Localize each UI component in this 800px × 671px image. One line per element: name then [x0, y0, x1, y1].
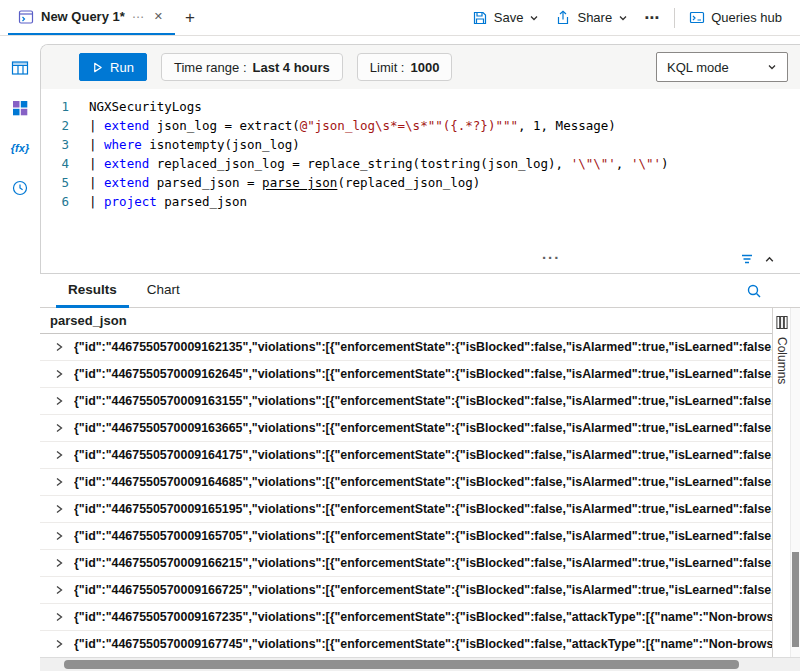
horizontal-scrollbar[interactable] — [40, 657, 800, 671]
left-rail: {fx} — [0, 36, 40, 671]
expand-chevron-icon[interactable] — [54, 396, 64, 406]
share-button[interactable]: Share — [547, 6, 636, 30]
editor-footer: ... — [41, 249, 800, 273]
column-header-parsed-json[interactable]: parsed_json — [40, 308, 772, 334]
queries-hub-button[interactable]: Queries hub — [681, 6, 790, 30]
chevron-down-icon — [767, 62, 777, 72]
horizontal-scrollbar-thumb[interactable] — [64, 660, 739, 669]
divider — [674, 8, 675, 28]
limit-control[interactable]: Limit : 1000 — [357, 53, 453, 81]
table-row[interactable]: {"id":"4467550570009162645","violations"… — [40, 361, 772, 388]
functions-icon[interactable]: {fx} — [8, 136, 32, 160]
more-options-button[interactable]: ⋯ — [636, 5, 668, 31]
command-bar: Save Share ⋯ — [464, 5, 800, 31]
app-window: New Query 1* ⋯ ✕ + Save Share — [0, 0, 800, 671]
expand-chevron-icon[interactable] — [54, 612, 64, 622]
code-line[interactable]: | extend parsed_json = parse_json(replac… — [89, 173, 669, 192]
limit-label: Limit : — [370, 60, 405, 75]
line-number: 3 — [41, 135, 69, 154]
expand-chevron-icon[interactable] — [54, 369, 64, 379]
expand-chevron-icon[interactable] — [54, 477, 64, 487]
row-json-text: {"id":"4467550570009166725","violations"… — [74, 583, 772, 597]
table-row[interactable]: {"id":"4467550570009164175","violations"… — [40, 442, 772, 469]
table-row[interactable]: {"id":"4467550570009163155","violations"… — [40, 388, 772, 415]
query-tab-title: New Query 1* — [41, 9, 125, 24]
vertical-scrollbar-thumb[interactable] — [792, 552, 799, 646]
tab-chart[interactable]: Chart — [135, 275, 192, 308]
code-line[interactable]: NGXSecurityLogs — [89, 97, 669, 116]
expand-chevron-icon[interactable] — [54, 423, 64, 433]
line-number: 2 — [41, 116, 69, 135]
code-lines: NGXSecurityLogs| extend json_log = extra… — [89, 97, 669, 249]
row-json-text: {"id":"4467550570009165195","violations"… — [74, 502, 772, 516]
table-row[interactable]: {"id":"4467550570009164685","violations"… — [40, 469, 772, 496]
save-label: Save — [494, 10, 524, 25]
chevron-down-icon — [618, 13, 628, 23]
history-icon[interactable] — [8, 176, 32, 200]
table-row[interactable]: {"id":"4467550570009166725","violations"… — [40, 577, 772, 604]
expand-chevron-icon[interactable] — [54, 558, 64, 568]
table-row[interactable]: {"id":"4467550570009167745","violations"… — [40, 631, 772, 657]
time-range-value: Last 4 hours — [253, 60, 330, 75]
share-icon — [555, 10, 571, 26]
columns-panel-label: Columns — [775, 337, 789, 384]
grid-rows: {"id":"4467550570009162135","violations"… — [40, 334, 772, 657]
collapsed-region-dots[interactable]: ... — [542, 245, 561, 262]
line-number: 4 — [41, 154, 69, 173]
query-editor[interactable]: 123456 NGXSecurityLogs| extend json_log … — [41, 89, 800, 249]
table-row[interactable]: {"id":"4467550570009165195","violations"… — [40, 496, 772, 523]
table-row[interactable]: {"id":"4467550570009163665","violations"… — [40, 415, 772, 442]
code-line[interactable]: | extend replaced_json_log = replace_str… — [89, 154, 669, 173]
tab-close-icon[interactable]: ✕ — [152, 10, 165, 23]
query-tab-icon — [18, 9, 34, 25]
columns-tool-panel[interactable]: Columns — [772, 308, 790, 657]
tab-bar: New Query 1* ⋯ ✕ + Save Share — [0, 0, 800, 36]
table-row[interactable]: {"id":"4467550570009165705","violations"… — [40, 523, 772, 550]
time-range-label: Time range : — [174, 60, 247, 75]
code-line[interactable]: | project parsed_json — [89, 192, 669, 211]
search-icon[interactable] — [746, 283, 762, 299]
save-icon — [472, 10, 488, 26]
expand-chevron-icon[interactable] — [54, 342, 64, 352]
table-row[interactable]: {"id":"4467550570009166215","violations"… — [40, 550, 772, 577]
chevron-down-icon — [529, 13, 539, 23]
kql-mode-select[interactable]: KQL mode — [656, 52, 788, 82]
more-options-icon: ⋯ — [644, 9, 660, 27]
column-header-label: parsed_json — [50, 313, 127, 328]
table-row[interactable]: {"id":"4467550570009167235","violations"… — [40, 604, 772, 631]
row-json-text: {"id":"4467550570009166215","violations"… — [74, 556, 772, 570]
new-tab-button[interactable]: + — [185, 8, 195, 28]
queries-hub-icon — [689, 10, 705, 26]
results-tabs: Results Chart — [40, 274, 800, 308]
row-json-text: {"id":"4467550570009162135","violations"… — [74, 340, 772, 354]
expand-chevron-icon[interactable] — [54, 504, 64, 514]
tab-results[interactable]: Results — [56, 275, 129, 308]
play-icon — [92, 62, 103, 73]
expand-chevron-icon[interactable] — [54, 585, 64, 595]
kql-mode-value: KQL mode — [667, 60, 729, 75]
run-label: Run — [110, 60, 134, 75]
expand-chevron-icon[interactable] — [54, 450, 64, 460]
query-tab[interactable]: New Query 1* ⋯ ✕ — [8, 0, 175, 35]
run-button[interactable]: Run — [79, 53, 147, 81]
dashboards-icon[interactable] — [8, 96, 32, 120]
table-row[interactable]: {"id":"4467550570009162135","violations"… — [40, 334, 772, 361]
code-line[interactable]: | where isnotempty(json_log) — [89, 135, 669, 154]
tab-menu-icon[interactable]: ⋯ — [132, 10, 145, 24]
collapse-panel-chevron-up-icon[interactable] — [764, 254, 775, 265]
row-json-text: {"id":"4467550570009162645","violations"… — [74, 367, 772, 381]
save-button[interactable]: Save — [464, 6, 548, 30]
data-tables-icon[interactable] — [8, 56, 32, 80]
vertical-scrollbar[interactable] — [790, 308, 800, 657]
results-settings-icon[interactable] — [740, 252, 754, 266]
code-line[interactable]: | extend json_log = extract(@"json_log\s… — [89, 116, 669, 135]
line-numbers: 123456 — [41, 97, 69, 249]
expand-chevron-icon[interactable] — [54, 531, 64, 541]
expand-chevron-icon[interactable] — [54, 639, 64, 649]
query-panel: Run Time range : Last 4 hours Limit : 10… — [40, 44, 800, 274]
tab-results-label: Results — [68, 282, 117, 297]
row-json-text: {"id":"4467550570009164175","violations"… — [74, 448, 772, 462]
line-number: 6 — [41, 192, 69, 211]
columns-icon — [776, 316, 788, 329]
time-range-control[interactable]: Time range : Last 4 hours — [161, 53, 343, 81]
